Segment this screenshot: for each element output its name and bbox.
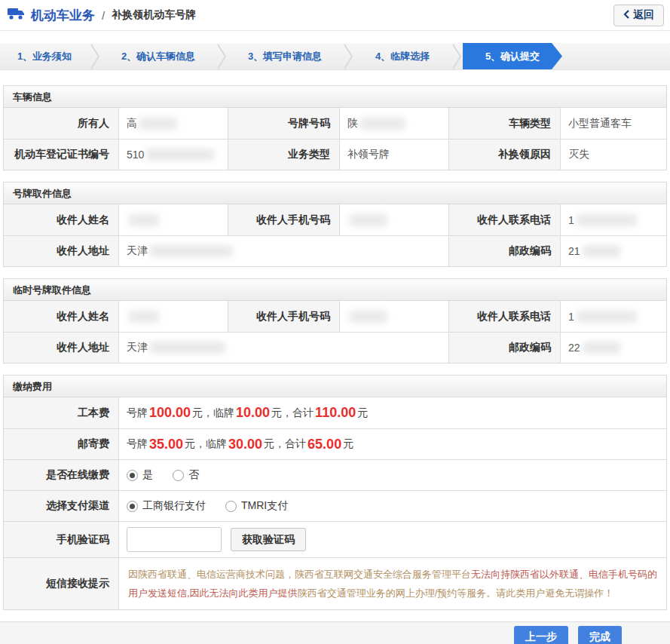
recipient-mobile-label: 收件人手机号码	[228, 204, 339, 235]
main-content: 车辆信息 所有人 高 号牌号码 陕 车辆类型 小型普通客车 机动车登记证书编号 …	[0, 70, 670, 610]
back-button-label: 返回	[633, 8, 654, 22]
fee-amount: 35.00	[148, 437, 185, 452]
online-pay-yes-option[interactable]: 是	[127, 468, 153, 482]
step-progress-bar: 1、业务须知 2、确认车辆信息 3、填写申请信息 4、临牌选择 5、确认提交	[0, 43, 670, 70]
recipient-mobile-value	[339, 301, 448, 332]
plate-number-value: 陕	[339, 108, 448, 139]
redacted-text	[350, 311, 387, 323]
payment-channel-label: 选择支付渠道	[4, 490, 118, 521]
chevron-left-icon	[623, 9, 629, 21]
back-button[interactable]: 返回	[613, 5, 664, 26]
redacted-text	[583, 342, 620, 354]
get-code-button[interactable]: 获取验证码	[231, 528, 306, 551]
redacted-text	[146, 149, 214, 161]
sms-notice-label: 短信接收提示	[4, 557, 118, 609]
section-title: 临时号牌取件信息	[4, 279, 666, 301]
production-fee-value: 号牌 100.00元，临牌 10.00元，合计 110.00元	[118, 397, 666, 428]
breadcrumb-separator: /	[102, 9, 105, 22]
vehicle-type-value: 小型普通客车	[560, 108, 666, 139]
section-title: 号牌取件信息	[4, 182, 666, 204]
redacted-text	[129, 311, 159, 323]
radio-checked-icon[interactable]	[127, 501, 138, 512]
plate-number-label: 号牌号码	[228, 108, 339, 139]
step-2-confirm-vehicle[interactable]: 2、确认车辆信息	[101, 43, 216, 69]
cert-number-label: 机动车登记证书编号	[4, 139, 118, 170]
recipient-address-value: 天津	[118, 332, 448, 363]
redacted-text	[360, 118, 405, 130]
reason-label: 补换领原因	[448, 139, 560, 170]
payment-section: 缴纳费用 工本费 号牌 100.00元，临牌 10.00元，合计 110.00元…	[3, 375, 667, 610]
reason-value: 灭失	[560, 139, 666, 170]
postage-fee-value: 号牌 35.00元，临牌 30.00元，合计 65.00元	[118, 428, 666, 459]
redacted-text	[150, 342, 225, 354]
payment-channel-options: 工商银行支付 TMRI支付	[118, 490, 666, 521]
radio-unchecked-icon[interactable]	[173, 470, 184, 481]
postage-fee-label: 邮寄费	[4, 428, 118, 459]
step-5-confirm-submit[interactable]: 5、确认提交	[463, 43, 562, 69]
page-subtitle: 补换领机动车号牌	[112, 8, 196, 22]
online-payment-label: 是否在线缴费	[4, 459, 118, 490]
cert-number-value: 510	[118, 139, 228, 170]
recipient-mobile-value	[339, 204, 448, 235]
recipient-name-label: 收件人姓名	[4, 204, 118, 235]
fee-amount: 110.00	[314, 405, 357, 421]
owner-value: 高	[118, 108, 228, 139]
section-title: 缴纳费用	[4, 376, 666, 397]
redacted-text	[150, 245, 233, 257]
finish-button[interactable]: 完成	[578, 626, 622, 644]
vehicle-type-label: 车辆类型	[448, 108, 560, 139]
page-header: 机动车业务 / 补换领机动车号牌 返回	[0, 0, 670, 31]
step-1-notice[interactable]: 1、业务须知	[0, 43, 89, 69]
temp-plate-delivery-section: 临时号牌取件信息 收件人姓名 收件人手机号码 收件人联系电话 1 收件人地址 天…	[3, 278, 667, 363]
zip-code-value: 22	[560, 332, 666, 363]
step-3-fill-application[interactable]: 3、填写申请信息	[228, 43, 342, 69]
recipient-phone-label: 收件人联系电话	[448, 301, 560, 332]
step-4-temp-plate[interactable]: 4、临牌选择	[354, 43, 451, 69]
recipient-address-label: 收件人地址	[4, 332, 118, 363]
fee-amount: 30.00	[227, 437, 264, 452]
channel-icbc-option[interactable]: 工商银行支付	[127, 499, 206, 513]
footer-action-bar: 上一步 完成	[0, 621, 670, 644]
zip-code-label: 邮政编码	[448, 332, 560, 363]
recipient-phone-label: 收件人联系电话	[448, 204, 560, 235]
redacted-text	[129, 214, 159, 226]
recipient-phone-value: 1	[560, 301, 666, 332]
zip-code-label: 邮政编码	[448, 235, 560, 266]
redacted-text	[577, 311, 637, 323]
recipient-name-label: 收件人姓名	[4, 301, 118, 332]
recipient-mobile-label: 收件人手机号码	[228, 301, 339, 332]
channel-tmri-option[interactable]: TMRI支付	[225, 499, 288, 513]
previous-step-button[interactable]: 上一步	[514, 626, 568, 644]
redacted-text	[577, 214, 637, 226]
zip-code-value: 21	[560, 235, 666, 266]
step-separator-icon	[342, 43, 354, 70]
fee-amount: 100.00	[148, 405, 192, 421]
radio-checked-icon[interactable]	[127, 470, 138, 481]
page-title: 机动车业务	[31, 7, 95, 24]
online-pay-no-option[interactable]: 否	[173, 468, 199, 482]
sms-code-input[interactable]	[127, 527, 222, 552]
step-separator-icon	[451, 43, 463, 70]
fee-amount: 10.00	[234, 405, 271, 421]
business-type-value: 补领号牌	[339, 139, 448, 170]
sms-code-row: 获取验证码	[118, 521, 666, 557]
section-title: 车辆信息	[4, 86, 666, 108]
radio-unchecked-icon[interactable]	[225, 501, 237, 512]
recipient-phone-value: 1	[560, 204, 666, 235]
step-separator-icon	[89, 43, 101, 70]
redacted-text	[139, 118, 177, 130]
online-payment-options: 是 否	[118, 459, 666, 490]
plate-delivery-section: 号牌取件信息 收件人姓名 收件人手机号码 收件人联系电话 1 收件人地址 天津 …	[3, 182, 667, 267]
recipient-name-value	[118, 204, 228, 235]
sms-code-label: 手机验证码	[4, 521, 118, 557]
recipient-address-label: 收件人地址	[4, 235, 118, 266]
recipient-address-value: 天津	[118, 235, 448, 266]
redacted-text	[583, 245, 620, 257]
truck-icon	[8, 7, 26, 23]
vehicle-info-section: 车辆信息 所有人 高 号牌号码 陕 车辆类型 小型普通客车 机动车登记证书编号 …	[3, 85, 667, 170]
business-type-label: 业务类型	[228, 139, 339, 170]
production-fee-label: 工本费	[4, 397, 118, 428]
owner-label: 所有人	[4, 108, 118, 139]
fee-amount: 65.00	[306, 437, 343, 452]
recipient-name-value	[118, 301, 228, 332]
